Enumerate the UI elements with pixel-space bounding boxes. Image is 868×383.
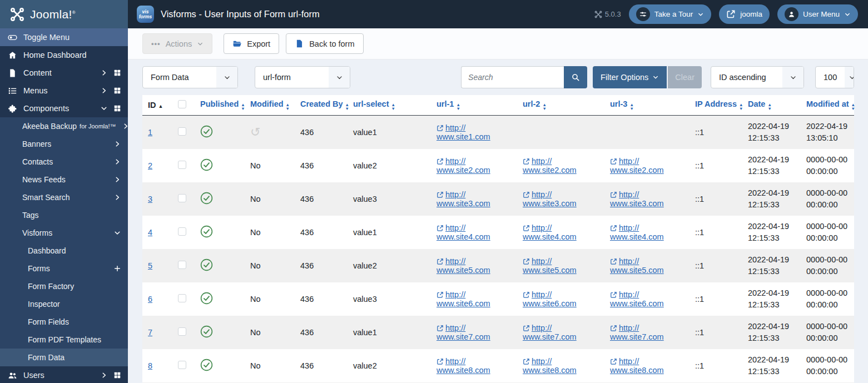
back-to-form-button[interactable]: Back to form (286, 33, 363, 54)
row-checkbox[interactable] (178, 327, 186, 336)
sidebar-item-smart-search[interactable]: Smart Search (0, 188, 128, 206)
column-header-url-select[interactable]: url-select (348, 95, 431, 116)
column-header-modified[interactable]: Modified (245, 95, 295, 116)
published-check-icon[interactable] (200, 292, 213, 305)
url-link[interactable]: http://www.site2.com (610, 157, 685, 175)
url-link[interactable]: http://www.site5.com (610, 257, 685, 275)
url-link[interactable]: http://www.site6.com (610, 290, 685, 308)
dashboard-grid-icon[interactable] (113, 87, 121, 94)
sidebar-item-form-fields[interactable]: Form Fields (0, 313, 128, 331)
column-header-date[interactable]: Date (742, 95, 801, 116)
clear-button[interactable]: Clear (668, 66, 702, 88)
row-checkbox[interactable] (178, 127, 186, 136)
id-link[interactable]: 5 (148, 261, 152, 270)
sidebar-item-dashboard[interactable]: Dashboard (0, 242, 128, 260)
row-checkbox[interactable] (178, 194, 186, 202)
form-type-select[interactable]: Form Data (142, 66, 238, 88)
search-button[interactable] (564, 66, 587, 88)
sidebar-item-components[interactable]: Components (0, 100, 128, 117)
id-link[interactable]: 1 (148, 128, 152, 137)
sidebar-item-label: Visforms (22, 228, 52, 237)
url-link[interactable]: http://www.site8.com (523, 357, 600, 375)
sidebar-item-label: Akeeba Backup (22, 122, 77, 131)
url-link[interactable]: http://www.site5.com (437, 257, 513, 275)
url-link[interactable]: http://www.site8.com (610, 357, 685, 375)
url-link[interactable]: http://www.site3.com (437, 190, 513, 208)
sidebar-item-home-dashboard[interactable]: Home Dashboard (0, 46, 128, 64)
column-header-url-2[interactable]: url-2 (517, 95, 604, 116)
dashboard-grid-icon[interactable] (113, 371, 121, 379)
url-link[interactable]: http://www.site4.com (610, 223, 685, 241)
url-link[interactable]: http://www.site6.com (437, 290, 513, 308)
row-checkbox[interactable] (178, 294, 186, 302)
dashboard-grid-icon[interactable] (113, 105, 121, 112)
list-limit-select[interactable]: 100 (815, 66, 854, 88)
search-input[interactable] (461, 66, 564, 88)
row-checkbox[interactable] (178, 361, 186, 369)
id-link[interactable]: 7 (148, 328, 152, 337)
url-link[interactable]: http://www.site8.com (437, 357, 513, 375)
form-name-select[interactable]: url-form (255, 66, 350, 88)
actions-button[interactable]: ••• Actions (142, 33, 212, 54)
row-checkbox[interactable] (178, 161, 186, 169)
column-header-modified-at[interactable]: Modified at (801, 95, 854, 116)
sort-order-select[interactable]: ID ascending (711, 66, 804, 88)
url-link[interactable]: http://www.site5.com (523, 257, 600, 275)
id-link[interactable]: 3 (148, 195, 152, 203)
cell-modified: No (245, 349, 295, 382)
column-header-published[interactable]: Published (195, 95, 245, 116)
sidebar-item-form-data[interactable]: Form Data (0, 349, 128, 366)
url-link[interactable]: http://www.site1.com (437, 123, 513, 141)
published-check-icon[interactable] (200, 258, 213, 271)
url-link[interactable]: http://www.site7.com (437, 324, 513, 341)
url-link[interactable]: http://www.site3.com (523, 190, 600, 208)
id-link[interactable]: 6 (148, 295, 152, 304)
url-link[interactable]: http://www.site3.com (610, 190, 685, 208)
sidebar-item-tags[interactable]: Tags (0, 206, 128, 224)
url-link[interactable]: http://www.site4.com (437, 223, 513, 241)
url-link[interactable]: http://www.site2.com (523, 157, 600, 175)
column-header-url-1[interactable]: url-1 (431, 95, 517, 116)
url-link[interactable]: http://www.site7.com (610, 324, 685, 341)
row-checkbox[interactable] (178, 227, 186, 236)
add-icon[interactable] (113, 265, 121, 272)
sidebar-item-banners[interactable]: Banners (0, 135, 128, 153)
id-link[interactable]: 2 (148, 161, 152, 170)
row-checkbox[interactable] (178, 261, 186, 269)
site-preview-button[interactable]: joomla (719, 4, 770, 24)
published-check-icon[interactable] (200, 158, 213, 171)
id-link[interactable]: 8 (148, 361, 152, 370)
sidebar-item-news-feeds[interactable]: News Feeds (0, 171, 128, 188)
take-a-tour-button[interactable]: Take a Tour (629, 4, 712, 24)
url-link[interactable]: http://www.site7.com (523, 324, 600, 341)
published-check-icon[interactable] (200, 192, 213, 205)
sidebar-item-form-factory[interactable]: Form Factory (0, 277, 128, 295)
sidebar-item-content[interactable]: Content (0, 64, 128, 82)
url-link[interactable]: http://www.site4.com (523, 223, 600, 241)
column-header-ip-address[interactable]: IP Address (690, 95, 742, 116)
sidebar-item-akeeba-backup[interactable]: Akeeba Backupfor Joomla!™ (0, 117, 128, 135)
sidebar-item-menus[interactable]: Menus (0, 82, 128, 100)
sidebar-item-users[interactable]: Users (0, 366, 128, 383)
user-menu-button[interactable]: User Menu (777, 4, 858, 24)
sidebar-item-visforms[interactable]: Visforms (0, 224, 128, 242)
column-header-url-3[interactable]: url-3 (604, 95, 690, 116)
published-check-icon[interactable] (200, 125, 213, 138)
select-all-checkbox[interactable] (178, 100, 186, 108)
sidebar-item-contacts[interactable]: Contacts (0, 153, 128, 171)
sidebar-item-inspector[interactable]: Inspector (0, 295, 128, 313)
sidebar-item-forms[interactable]: Forms (0, 260, 128, 277)
export-button[interactable]: Export (224, 33, 279, 54)
published-check-icon[interactable] (200, 359, 213, 371)
column-header-created-by[interactable]: Created By (295, 95, 348, 116)
filter-options-button[interactable]: Filter Options (593, 66, 667, 88)
published-check-icon[interactable] (200, 325, 213, 338)
sidebar-item-toggle-menu[interactable]: Toggle Menu (0, 28, 128, 46)
id-link[interactable]: 4 (148, 228, 152, 237)
url-link[interactable]: http://www.site2.com (437, 157, 513, 175)
dashboard-grid-icon[interactable] (113, 69, 121, 77)
url-link[interactable]: http://www.site6.com (523, 290, 600, 308)
published-check-icon[interactable] (200, 225, 213, 238)
sidebar-item-form-pdf-templates[interactable]: Form PDF Templates (0, 331, 128, 349)
column-header-id[interactable]: ID (142, 95, 172, 116)
